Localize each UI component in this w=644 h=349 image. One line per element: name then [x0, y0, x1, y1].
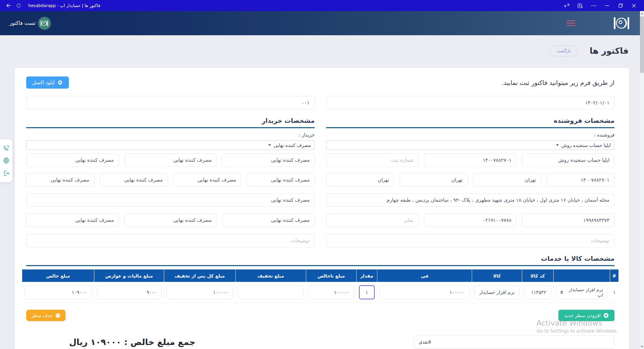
- item-gross-input[interactable]: [309, 285, 354, 299]
- item-tax-input[interactable]: [97, 285, 162, 299]
- form-heading: از طریق فرم زیر میتوانید فاکتور ثبت نمای…: [502, 79, 614, 86]
- buyer-postal-code-input[interactable]: [222, 213, 315, 227]
- buyer-economic-code-input[interactable]: [124, 153, 217, 167]
- items-section-title: مشخصات کالا یا خدمات: [26, 255, 614, 266]
- support-phone-icon[interactable]: [3, 145, 10, 152]
- restore-icon[interactable]: [614, 1, 627, 10]
- seller-city-input[interactable]: [400, 173, 468, 187]
- payment-method-select[interactable]: نقدی: [414, 335, 614, 349]
- buyer-select[interactable]: مصرف کننده نهایی: [26, 140, 315, 150]
- col-gross: مبلغ ناخالص: [306, 269, 356, 282]
- invoices-page: فاکتور ها بازگشت از طریق فرم زیر میتوانی…: [0, 35, 644, 349]
- buyer-phone-input[interactable]: [124, 213, 217, 227]
- seller-region-input[interactable]: [326, 173, 394, 187]
- page-title: فاکتور ها: [590, 46, 629, 56]
- tab-title: فاکتور ها | حسابدار اپ - hesabdarapp: [28, 3, 100, 8]
- seller-province-input[interactable]: [473, 173, 541, 187]
- hamburger-menu-icon[interactable]: [566, 19, 576, 28]
- add-row-button[interactable]: افزودن سطر جدید: [558, 310, 614, 321]
- seller-notes-input[interactable]: [326, 234, 614, 247]
- row-index: ۱: [610, 282, 618, 303]
- svg-text:a: a: [564, 4, 566, 8]
- brand: تست فاکتور: [9, 17, 51, 30]
- buyer-name-input[interactable]: [222, 153, 315, 167]
- item-after-discount-input[interactable]: [167, 285, 233, 299]
- item-fee-input[interactable]: [380, 285, 469, 299]
- invoice-number-input[interactable]: [26, 96, 315, 109]
- seller-select[interactable]: ایلیا حساب سنجیده روش: [326, 140, 614, 150]
- updown-arrows-icon: [428, 340, 431, 344]
- col-qty: مقدار: [356, 269, 377, 282]
- scroll-up-icon[interactable]: [640, 11, 644, 16]
- refresh-icon[interactable]: [13, 1, 24, 10]
- scrollbar[interactable]: [640, 11, 644, 349]
- scroll-down-icon[interactable]: [640, 344, 644, 349]
- seller-phone-input[interactable]: [424, 213, 517, 227]
- delete-row-button[interactable]: حذف سطر: [26, 310, 65, 321]
- logout-icon[interactable]: [3, 170, 10, 177]
- chevron-down-icon: [556, 144, 559, 146]
- item-discount-input[interactable]: [238, 285, 304, 299]
- col-product-select: [553, 269, 610, 282]
- col-code: کد کالا: [522, 269, 553, 282]
- item-name-input[interactable]: [474, 285, 519, 299]
- seller-registration-number-input[interactable]: [326, 153, 419, 167]
- buyer-city-input[interactable]: [100, 173, 168, 187]
- buyer-fax-input[interactable]: [26, 213, 119, 227]
- invoice-date-input[interactable]: [326, 96, 614, 109]
- seller-fax-input[interactable]: [326, 213, 419, 227]
- net-total-text: جمع مبلغ خالص : ۱۰۹۰۰۰ ریال: [69, 337, 195, 347]
- chevron-down-icon: [268, 144, 271, 146]
- seller-national-id-input[interactable]: [546, 173, 614, 187]
- settings-gear-icon[interactable]: [3, 157, 10, 164]
- buyer-notes-input[interactable]: [26, 234, 315, 247]
- col-index: #: [610, 269, 618, 282]
- col-tax: مبلغ مالیات و عوارض: [94, 269, 164, 282]
- minus-circle-icon: [55, 313, 60, 318]
- col-discount: مبلغ تخفیف: [235, 269, 306, 282]
- buyer-registration-number-input[interactable]: [26, 153, 119, 167]
- reader-icon[interactable]: [573, 1, 587, 10]
- gear-icon: [57, 80, 63, 85]
- buyer-label: خریدار :: [26, 132, 315, 138]
- seller-section-title: مشخصات فروشنده: [326, 117, 614, 128]
- seller-economic-code-input[interactable]: [424, 153, 517, 167]
- close-icon[interactable]: [627, 1, 641, 10]
- buyer-province-input[interactable]: [173, 173, 241, 187]
- seller-label: فروشنده :: [326, 132, 614, 138]
- floating-side-panel: [0, 139, 12, 182]
- seller-address-input[interactable]: [326, 193, 614, 207]
- app-logo-icon: [613, 15, 630, 31]
- plus-circle-icon: [603, 313, 609, 318]
- col-net: مبلغ خالص: [22, 269, 94, 282]
- translate-icon[interactable]: a: [560, 1, 573, 10]
- browser-titlebar: فاکتور ها | حسابدار اپ - hesabdarapp a: [0, 0, 644, 11]
- items-table-header: # کد کالا کالا فی مقدار مبلغ ناخالص مبلغ…: [22, 269, 618, 282]
- back-button[interactable]: بازگشت: [550, 45, 578, 56]
- buyer-address-input[interactable]: [26, 193, 315, 207]
- invoice-form-card: از طریق فرم زیر میتوانید فاکتور ثبت نمای…: [15, 68, 629, 349]
- updown-arrows-icon: [560, 291, 563, 294]
- item-qty-input[interactable]: [359, 285, 375, 299]
- buyer-section-title: مشخصات خریدار: [26, 117, 315, 128]
- brand-logo-icon: [38, 17, 51, 30]
- back-icon[interactable]: [3, 1, 13, 10]
- seller-postal-code-input[interactable]: [522, 213, 614, 227]
- col-fee: فی: [377, 269, 472, 282]
- more-menu-icon[interactable]: [587, 1, 600, 10]
- seller-name-input[interactable]: [522, 153, 614, 167]
- col-after-discount: مبلغ کل پس از تخفیف: [164, 269, 235, 282]
- scrollbar-thumb[interactable]: [640, 16, 644, 73]
- app-header: تست فاکتور: [0, 11, 644, 35]
- items-table: # کد کالا کالا فی مقدار مبلغ ناخالص مبلغ…: [22, 269, 618, 303]
- buyer-region-input[interactable]: [26, 173, 94, 187]
- product-select[interactable]: نرم افزار حسابدار اپ: [556, 285, 607, 299]
- brand-name: تست فاکتور: [9, 20, 36, 26]
- item-net-input[interactable]: [25, 285, 92, 299]
- minimize-icon[interactable]: [600, 1, 614, 10]
- table-row: ۱ نرم افزار حسابدار اپ: [22, 282, 618, 303]
- buyer-national-id-input[interactable]: [246, 173, 315, 187]
- col-name: کالا: [472, 269, 522, 282]
- upload-excel-button[interactable]: آپلود اکسل: [26, 77, 69, 89]
- item-code-input[interactable]: [524, 285, 551, 299]
